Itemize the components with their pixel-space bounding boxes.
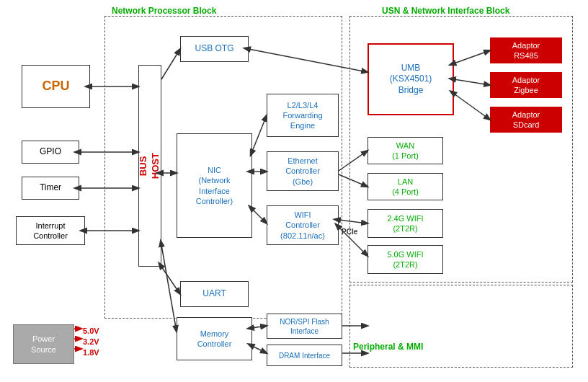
diagram: Network Processor Block USN & Network In… — [0, 0, 588, 382]
usn-network-label: USN & Network Interface Block — [382, 6, 509, 16]
interrupt-box: Interrupt Controller — [16, 216, 85, 245]
timer-box: Timer — [22, 177, 79, 200]
voltage-18v: 1.8V — [83, 348, 99, 357]
gpio-box: GPIO — [22, 141, 79, 164]
pcie-label: PCIe — [342, 228, 357, 236]
umb-box: UMB (KSX4501) Bridge — [368, 43, 454, 115]
wifi-box: WIFI Controller (802.11n/ac) — [267, 205, 339, 245]
host-bus-box: HOST BUS — [138, 65, 161, 267]
adaptor-rs485-box: Adaptor RS485 — [490, 37, 562, 63]
adaptor-zigbee-box: Adaptor Zigbee — [490, 72, 562, 98]
wan-box: WAN (1 Port) — [368, 137, 443, 164]
svg-line-20 — [252, 346, 267, 353]
usb-box: USB OTG — [180, 36, 249, 62]
peripheral-region — [349, 285, 573, 368]
network-processor-label: Network Processor Block — [112, 6, 216, 16]
dram-box: DRAM Interface — [267, 345, 342, 366]
memory-box: Memory Controller — [177, 317, 252, 360]
svg-line-19 — [252, 326, 267, 328]
adaptor-sdcard-box: Adaptor SDcard — [490, 107, 562, 133]
nor-box: NOR/SPI Flash Interface — [267, 314, 342, 339]
wifi5-box: 5.0G WIFI (2T2R) — [368, 245, 443, 274]
cpu-box: CPU — [22, 65, 90, 108]
lan-box: LAN (4 Port) — [368, 173, 443, 200]
wifi24-box: 2.4G WIFI (2T2R) — [368, 209, 443, 238]
l2l3l4-box: L2/L3/L4 Forwarding Engine — [267, 94, 339, 137]
uart-box: UART — [180, 281, 249, 307]
eth-box: Ethernet Controller (Gbe) — [267, 151, 339, 191]
power-source-box: Power Source — [13, 324, 74, 364]
nic-box: NIC (Network Interface Controller) — [177, 133, 252, 238]
voltage-5v: 5.0V — [83, 327, 99, 335]
voltage-32v: 3.2V — [83, 337, 99, 346]
